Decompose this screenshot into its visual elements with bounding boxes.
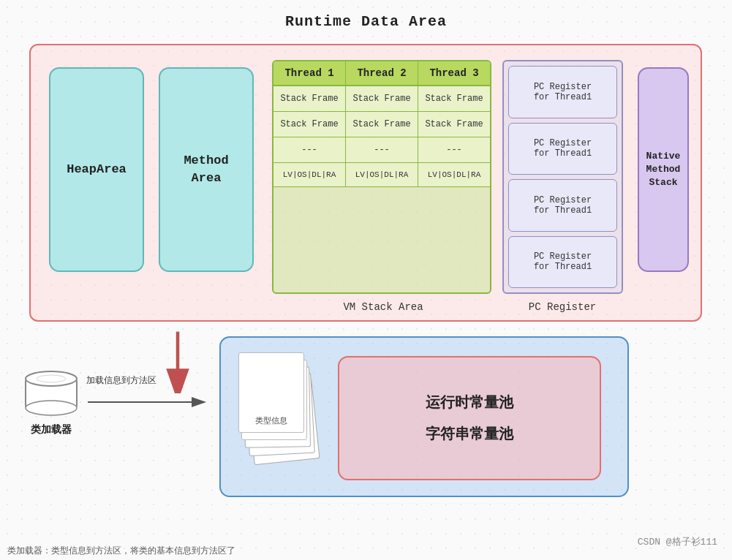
stack-row-4: LV|OS|DL|RA LV|OS|DL|RA LV|OS|DL|RA — [273, 163, 490, 187]
heap-area: Heap Area — [49, 67, 144, 272]
thread2-header: Thread 2 — [346, 61, 418, 85]
native-method-stack: Native Method Stack — [638, 67, 689, 272]
vm-stack-area: Thread 1 Thread 2 Thread 3 Stack Frame S… — [272, 60, 491, 294]
lower-method-section: 类型信息 类型信息 运行时常量池 字符串常量池 — [219, 336, 629, 497]
cell-2-2: Stack Frame — [346, 112, 418, 137]
pc-reg-1: PC Registerfor Thread1 — [508, 66, 617, 118]
svg-point-4 — [26, 401, 77, 415]
constant-pool-box: 运行时常量池 字符串常量池 — [338, 356, 601, 480]
cell-2-3: Stack Frame — [418, 112, 490, 137]
cell-1-1: Stack Frame — [273, 86, 346, 111]
vm-stack-header: Thread 1 Thread 2 Thread 3 — [273, 61, 490, 86]
watermark: CSDN @格子衫111 — [638, 535, 717, 548]
thread1-header: Thread 1 — [273, 61, 346, 85]
runtime-constant-pool: 运行时常量池 — [426, 393, 513, 412]
class-loader-drum — [22, 366, 80, 417]
stack-row-1: Stack Frame Stack Frame Stack Frame — [273, 86, 490, 112]
class-loader-section: 类加载器 — [22, 366, 80, 436]
load-arrow-label: 加载信息到方法区 — [86, 374, 156, 387]
cell-1-2: Stack Frame — [346, 86, 418, 111]
pc-reg-3: PC Registerfor Thread1 — [508, 179, 617, 232]
vm-stack-label: VM Stack Area — [273, 301, 493, 313]
cell-3-2: --- — [346, 137, 418, 162]
pc-reg-4: PC Registerfor Thread1 — [508, 236, 617, 289]
pc-register-label: PC Register — [504, 301, 621, 313]
cell-3-1: --- — [273, 137, 346, 162]
stack-row-2: Stack Frame Stack Frame Stack Frame — [273, 112, 490, 137]
stack-row-3: --- --- --- — [273, 137, 490, 163]
cell-1-3: Stack Frame — [418, 86, 490, 111]
type-info-bottom-label: 类型信息 — [255, 415, 287, 426]
cell-4-1: LV|OS|DL|RA — [273, 163, 346, 186]
cell-4-2: LV|OS|DL|RA — [346, 163, 418, 186]
cell-4-3: LV|OS|DL|RA — [418, 163, 490, 186]
load-arrow — [84, 391, 216, 413]
cell-2-1: Stack Frame — [273, 112, 346, 137]
pc-reg-2: PC Registerfor Thread1 — [508, 123, 617, 175]
arrow-down — [159, 328, 196, 393]
class-loader-label: 类加载器 — [22, 423, 80, 436]
cell-3-3: --- — [418, 137, 490, 162]
string-constant-pool: 字符串常量池 — [426, 424, 513, 444]
runtime-area: Heap Area Method Area Thread 1 Thread 2 … — [29, 44, 702, 322]
thread3-header: Thread 3 — [418, 61, 490, 85]
footnote: 类加载器：类型信息到方法区，将类的基本信息到方法区了 — [7, 545, 235, 557]
page-container: Runtime Data Area Heap Area Method Area … — [0, 0, 732, 560]
type-info-stack: 类型信息 类型信息 — [235, 352, 331, 484]
method-area: Method Area — [159, 67, 254, 272]
svg-point-3 — [26, 371, 77, 386]
page-title: Runtime Data Area — [0, 0, 732, 30]
pc-register-area: PC Registerfor Thread1 PC Registerfor Th… — [502, 60, 623, 294]
